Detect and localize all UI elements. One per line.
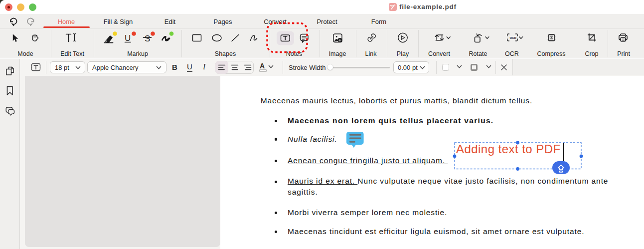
svg-text:U: U xyxy=(125,33,131,43)
svg-text:S: S xyxy=(145,34,150,43)
svg-text:OCR: OCR xyxy=(510,36,517,39)
